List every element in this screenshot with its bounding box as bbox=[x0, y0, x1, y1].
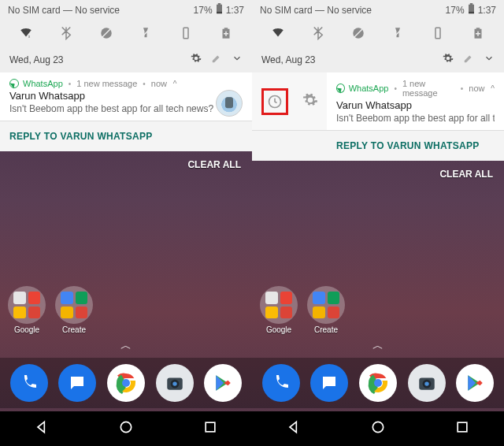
snooze-icon[interactable] bbox=[261, 88, 288, 115]
svg-rect-0 bbox=[217, 12, 222, 13]
svg-point-14 bbox=[120, 422, 131, 432]
edit-icon[interactable] bbox=[463, 53, 474, 66]
rotation-icon[interactable] bbox=[431, 26, 445, 43]
notification-swipe-actions bbox=[252, 72, 327, 131]
gear-icon[interactable] bbox=[191, 53, 202, 66]
back-button[interactable] bbox=[286, 419, 302, 438]
app-drawer-handle[interactable]: ︿ bbox=[372, 339, 384, 353]
folder-google[interactable]: Google bbox=[260, 286, 298, 334]
back-button[interactable] bbox=[34, 419, 50, 438]
home-area: Google Create ︿ bbox=[0, 178, 252, 446]
notification-text: Isn't Beebom app the best app for all te… bbox=[336, 113, 495, 124]
chevron-up-icon[interactable]: ^ bbox=[489, 84, 495, 93]
flashlight-icon[interactable] bbox=[139, 26, 153, 43]
notification-text: Isn't Beebom app the best app for all te… bbox=[9, 103, 243, 114]
chevron-down-icon[interactable] bbox=[484, 53, 495, 66]
status-sim: No SIM card — No service bbox=[260, 5, 372, 16]
recents-button[interactable] bbox=[202, 419, 218, 438]
play-store-icon[interactable] bbox=[456, 364, 494, 402]
phone-app-icon[interactable] bbox=[10, 364, 48, 402]
dnd-icon[interactable] bbox=[99, 26, 113, 43]
status-bar: No SIM card — No service 17% 1:37 bbox=[0, 0, 252, 18]
notification-shade: No SIM card — No service 17% 1:37 x Wed,… bbox=[0, 0, 252, 72]
notification-card[interactable]: WhatsApp • 1 new message • now ^ Varun W… bbox=[327, 72, 504, 131]
folder-label: Google bbox=[14, 325, 39, 334]
bluetooth-icon[interactable] bbox=[311, 26, 325, 43]
camera-app-icon[interactable] bbox=[408, 364, 446, 402]
navigation-bar bbox=[0, 411, 252, 446]
svg-point-13 bbox=[172, 381, 176, 385]
bluetooth-icon[interactable] bbox=[59, 26, 73, 43]
folder-google[interactable]: Google bbox=[8, 286, 46, 334]
folder-label: Create bbox=[314, 325, 338, 334]
svg-point-26 bbox=[424, 381, 428, 385]
quick-settings-row bbox=[252, 18, 504, 48]
date-label: Wed, Aug 23 bbox=[9, 54, 64, 65]
recents-button[interactable] bbox=[454, 419, 470, 438]
edit-icon[interactable] bbox=[211, 53, 222, 66]
notification-meta-count: 1 new message bbox=[402, 79, 455, 98]
dock bbox=[252, 358, 504, 408]
rotation-icon[interactable] bbox=[179, 26, 193, 43]
svg-rect-20 bbox=[435, 28, 440, 39]
folder-label: Google bbox=[266, 325, 291, 334]
dnd-icon[interactable] bbox=[351, 26, 365, 43]
notification-meta-time: now bbox=[469, 84, 484, 93]
battery-saver-icon[interactable] bbox=[471, 26, 485, 43]
date-label: Wed, Aug 23 bbox=[261, 54, 316, 65]
status-sim: No SIM card — No service bbox=[8, 5, 120, 16]
messages-app-icon[interactable] bbox=[58, 364, 96, 402]
chrome-app-icon[interactable] bbox=[107, 364, 145, 402]
gear-icon[interactable] bbox=[443, 53, 454, 66]
navigation-bar bbox=[252, 411, 504, 446]
flashlight-icon[interactable] bbox=[391, 26, 405, 43]
home-area: Google Create ︿ bbox=[252, 188, 504, 446]
quick-settings-row: x bbox=[0, 18, 252, 48]
app-drawer-handle[interactable]: ︿ bbox=[120, 339, 132, 353]
clear-all-button[interactable]: CLEAR ALL bbox=[0, 151, 252, 178]
clear-all-button[interactable]: CLEAR ALL bbox=[252, 161, 504, 188]
chevron-down-icon[interactable] bbox=[232, 53, 243, 66]
svg-point-27 bbox=[372, 422, 383, 432]
whatsapp-icon bbox=[9, 79, 19, 88]
dock bbox=[0, 358, 252, 408]
battery-percent: 17% bbox=[446, 5, 465, 16]
chrome-app-icon[interactable] bbox=[359, 364, 397, 402]
gear-icon[interactable] bbox=[302, 92, 318, 111]
notification-card-wrap: WhatsApp • 1 new message • now ^ Varun W… bbox=[252, 72, 504, 131]
status-time: 1:37 bbox=[478, 5, 496, 16]
status-bar: No SIM card — No service 17% 1:37 bbox=[252, 0, 504, 18]
notification-shade: No SIM card — No service 17% 1:37 Wed, A… bbox=[252, 0, 504, 72]
wifi-icon[interactable]: x bbox=[19, 26, 33, 43]
status-time: 1:37 bbox=[226, 5, 244, 16]
battery-percent: 17% bbox=[194, 5, 213, 16]
battery-icon bbox=[216, 3, 223, 17]
notification-card-wrap: WhatsApp • 1 new message • now ^ Varun W… bbox=[0, 72, 252, 121]
folder-label: Create bbox=[62, 325, 86, 334]
date-row: Wed, Aug 23 bbox=[252, 48, 504, 72]
camera-app-icon[interactable] bbox=[156, 364, 194, 402]
battery-saver-icon[interactable] bbox=[219, 26, 233, 43]
svg-point-23 bbox=[374, 379, 382, 387]
phone-app-icon[interactable] bbox=[262, 364, 300, 402]
notification-title: Varun Whatsapp bbox=[9, 90, 243, 102]
play-store-icon[interactable] bbox=[204, 364, 242, 402]
folder-create[interactable]: Create bbox=[55, 286, 93, 334]
svg-rect-7 bbox=[183, 28, 188, 39]
chevron-up-icon[interactable]: ^ bbox=[171, 80, 176, 88]
home-button[interactable] bbox=[370, 419, 386, 438]
messages-app-icon[interactable] bbox=[310, 364, 348, 402]
notification-card[interactable]: WhatsApp • 1 new message • now ^ Varun W… bbox=[0, 72, 252, 121]
phone-right: No SIM card — No service 17% 1:37 Wed, A… bbox=[252, 0, 504, 446]
battery-icon bbox=[468, 3, 475, 17]
svg-rect-16 bbox=[469, 12, 474, 13]
wifi-icon[interactable] bbox=[271, 26, 285, 43]
whatsapp-icon bbox=[336, 84, 345, 93]
svg-rect-28 bbox=[458, 422, 467, 432]
svg-point-9 bbox=[122, 379, 130, 387]
reply-button[interactable]: REPLY TO VARUN WHATSAPP bbox=[252, 131, 504, 161]
reply-button[interactable]: REPLY TO VARUN WHATSAPP bbox=[0, 121, 252, 151]
notification-app: WhatsApp bbox=[23, 79, 63, 88]
home-button[interactable] bbox=[118, 419, 134, 438]
folder-create[interactable]: Create bbox=[307, 286, 345, 334]
